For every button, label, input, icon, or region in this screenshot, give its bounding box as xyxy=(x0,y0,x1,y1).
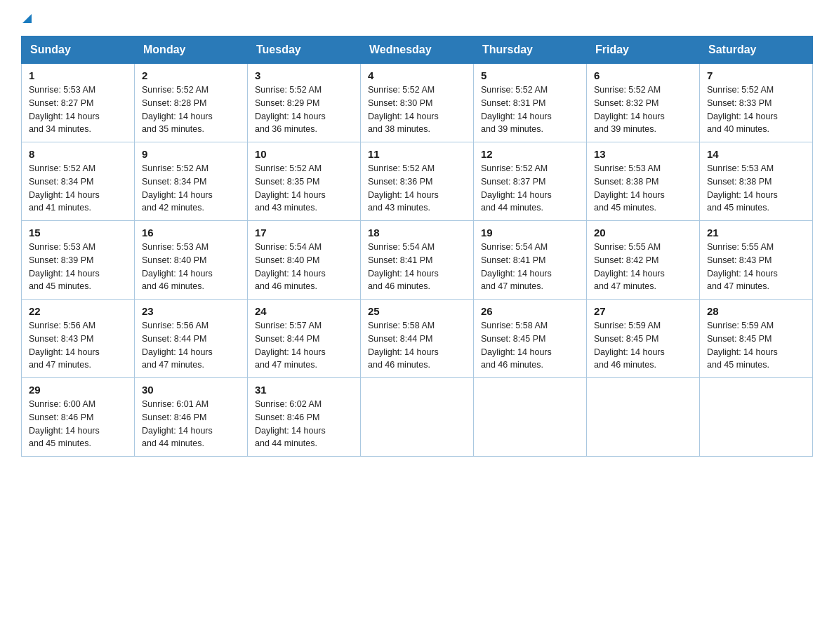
day-info: Sunrise: 6:00 AMSunset: 8:46 PMDaylight:… xyxy=(29,398,127,450)
day-info: Sunrise: 5:54 AMSunset: 8:40 PMDaylight:… xyxy=(255,241,353,293)
day-info: Sunrise: 5:57 AMSunset: 8:44 PMDaylight:… xyxy=(255,319,353,372)
day-info: Sunrise: 5:52 AMSunset: 8:36 PMDaylight:… xyxy=(368,162,466,215)
day-info: Sunrise: 5:52 AMSunset: 8:35 PMDaylight:… xyxy=(255,162,353,215)
calendar-cell: 1Sunrise: 5:53 AMSunset: 8:27 PMDaylight… xyxy=(22,64,135,142)
day-info: Sunrise: 5:56 AMSunset: 8:43 PMDaylight:… xyxy=(29,319,127,372)
day-number: 31 xyxy=(255,384,353,396)
calendar-cell: 13Sunrise: 5:53 AMSunset: 8:38 PMDayligh… xyxy=(587,142,700,221)
calendar-cell: 15Sunrise: 5:53 AMSunset: 8:39 PMDayligh… xyxy=(22,221,135,300)
calendar-cell: 4Sunrise: 5:52 AMSunset: 8:30 PMDaylight… xyxy=(361,64,474,142)
day-number: 1 xyxy=(29,69,127,81)
calendar-cell xyxy=(587,378,700,457)
calendar-cell: 29Sunrise: 6:00 AMSunset: 8:46 PMDayligh… xyxy=(22,378,135,457)
day-info: Sunrise: 5:55 AMSunset: 8:43 PMDaylight:… xyxy=(707,241,805,293)
week-row-4: 22Sunrise: 5:56 AMSunset: 8:43 PMDayligh… xyxy=(22,300,813,378)
calendar-cell xyxy=(361,378,474,457)
day-number: 27 xyxy=(594,305,692,317)
day-info: Sunrise: 5:52 AMSunset: 8:29 PMDaylight:… xyxy=(255,83,353,136)
calendar-cell: 23Sunrise: 5:56 AMSunset: 8:44 PMDayligh… xyxy=(135,300,248,378)
calendar-cell: 3Sunrise: 5:52 AMSunset: 8:29 PMDaylight… xyxy=(248,64,361,142)
calendar-cell: 17Sunrise: 5:54 AMSunset: 8:40 PMDayligh… xyxy=(248,221,361,300)
day-number: 2 xyxy=(142,69,240,81)
calendar-cell: 16Sunrise: 5:53 AMSunset: 8:40 PMDayligh… xyxy=(135,221,248,300)
header-wednesday: Wednesday xyxy=(361,36,474,64)
calendar-cell: 26Sunrise: 5:58 AMSunset: 8:45 PMDayligh… xyxy=(474,300,587,378)
day-info: Sunrise: 5:53 AMSunset: 8:27 PMDaylight:… xyxy=(29,83,127,136)
day-number: 30 xyxy=(142,384,240,396)
week-row-1: 1Sunrise: 5:53 AMSunset: 8:27 PMDaylight… xyxy=(22,64,813,142)
day-number: 22 xyxy=(29,305,127,317)
calendar-cell: 21Sunrise: 5:55 AMSunset: 8:43 PMDayligh… xyxy=(700,221,813,300)
calendar-header-row: SundayMondayTuesdayWednesdayThursdayFrid… xyxy=(22,36,813,64)
week-row-5: 29Sunrise: 6:00 AMSunset: 8:46 PMDayligh… xyxy=(22,378,813,457)
calendar-cell: 9Sunrise: 5:52 AMSunset: 8:34 PMDaylight… xyxy=(135,142,248,221)
day-info: Sunrise: 5:52 AMSunset: 8:34 PMDaylight:… xyxy=(29,162,127,215)
calendar-cell: 11Sunrise: 5:52 AMSunset: 8:36 PMDayligh… xyxy=(361,142,474,221)
day-number: 21 xyxy=(707,227,805,239)
page-header xyxy=(21,14,813,23)
day-number: 3 xyxy=(255,69,353,81)
day-info: Sunrise: 5:52 AMSunset: 8:31 PMDaylight:… xyxy=(481,83,579,136)
day-number: 17 xyxy=(255,227,353,239)
calendar-cell: 14Sunrise: 5:53 AMSunset: 8:38 PMDayligh… xyxy=(700,142,813,221)
day-number: 13 xyxy=(594,148,692,160)
logo xyxy=(21,14,32,23)
calendar-cell: 24Sunrise: 5:57 AMSunset: 8:44 PMDayligh… xyxy=(248,300,361,378)
day-number: 5 xyxy=(481,69,579,81)
day-info: Sunrise: 5:52 AMSunset: 8:34 PMDaylight:… xyxy=(142,162,240,215)
day-number: 16 xyxy=(142,227,240,239)
day-info: Sunrise: 5:53 AMSunset: 8:40 PMDaylight:… xyxy=(142,241,240,293)
day-info: Sunrise: 5:56 AMSunset: 8:44 PMDaylight:… xyxy=(142,319,240,372)
calendar-cell: 19Sunrise: 5:54 AMSunset: 8:41 PMDayligh… xyxy=(474,221,587,300)
calendar-cell xyxy=(474,378,587,457)
logo-triangle-icon xyxy=(22,14,32,23)
day-number: 9 xyxy=(142,148,240,160)
day-number: 4 xyxy=(368,69,466,81)
day-number: 28 xyxy=(707,305,805,317)
day-info: Sunrise: 5:52 AMSunset: 8:28 PMDaylight:… xyxy=(142,83,240,136)
day-info: Sunrise: 5:59 AMSunset: 8:45 PMDaylight:… xyxy=(594,319,692,372)
header-saturday: Saturday xyxy=(700,36,813,64)
header-tuesday: Tuesday xyxy=(248,36,361,64)
calendar-cell xyxy=(700,378,813,457)
day-info: Sunrise: 5:53 AMSunset: 8:38 PMDaylight:… xyxy=(707,162,805,215)
day-info: Sunrise: 5:54 AMSunset: 8:41 PMDaylight:… xyxy=(481,241,579,293)
calendar-cell: 30Sunrise: 6:01 AMSunset: 8:46 PMDayligh… xyxy=(135,378,248,457)
calendar-cell: 6Sunrise: 5:52 AMSunset: 8:32 PMDaylight… xyxy=(587,64,700,142)
header-monday: Monday xyxy=(135,36,248,64)
header-friday: Friday xyxy=(587,36,700,64)
day-info: Sunrise: 5:55 AMSunset: 8:42 PMDaylight:… xyxy=(594,241,692,293)
day-info: Sunrise: 5:52 AMSunset: 8:33 PMDaylight:… xyxy=(707,83,805,136)
day-number: 6 xyxy=(594,69,692,81)
day-number: 12 xyxy=(481,148,579,160)
day-info: Sunrise: 5:53 AMSunset: 8:39 PMDaylight:… xyxy=(29,241,127,293)
calendar-cell: 20Sunrise: 5:55 AMSunset: 8:42 PMDayligh… xyxy=(587,221,700,300)
day-number: 14 xyxy=(707,148,805,160)
day-info: Sunrise: 5:58 AMSunset: 8:44 PMDaylight:… xyxy=(368,319,466,372)
day-info: Sunrise: 6:01 AMSunset: 8:46 PMDaylight:… xyxy=(142,398,240,450)
calendar-cell: 5Sunrise: 5:52 AMSunset: 8:31 PMDaylight… xyxy=(474,64,587,142)
calendar-cell: 7Sunrise: 5:52 AMSunset: 8:33 PMDaylight… xyxy=(700,64,813,142)
week-row-2: 8Sunrise: 5:52 AMSunset: 8:34 PMDaylight… xyxy=(22,142,813,221)
calendar-cell: 12Sunrise: 5:52 AMSunset: 8:37 PMDayligh… xyxy=(474,142,587,221)
day-number: 8 xyxy=(29,148,127,160)
day-info: Sunrise: 5:58 AMSunset: 8:45 PMDaylight:… xyxy=(481,319,579,372)
day-number: 24 xyxy=(255,305,353,317)
header-sunday: Sunday xyxy=(22,36,135,64)
calendar-table: SundayMondayTuesdayWednesdayThursdayFrid… xyxy=(21,36,813,457)
calendar-cell: 25Sunrise: 5:58 AMSunset: 8:44 PMDayligh… xyxy=(361,300,474,378)
day-number: 29 xyxy=(29,384,127,396)
day-number: 23 xyxy=(142,305,240,317)
day-number: 19 xyxy=(481,227,579,239)
day-info: Sunrise: 5:52 AMSunset: 8:37 PMDaylight:… xyxy=(481,162,579,215)
calendar-cell: 2Sunrise: 5:52 AMSunset: 8:28 PMDaylight… xyxy=(135,64,248,142)
day-info: Sunrise: 5:54 AMSunset: 8:41 PMDaylight:… xyxy=(368,241,466,293)
day-info: Sunrise: 6:02 AMSunset: 8:46 PMDaylight:… xyxy=(255,398,353,450)
day-number: 20 xyxy=(594,227,692,239)
day-number: 26 xyxy=(481,305,579,317)
calendar-cell: 18Sunrise: 5:54 AMSunset: 8:41 PMDayligh… xyxy=(361,221,474,300)
calendar-cell: 28Sunrise: 5:59 AMSunset: 8:45 PMDayligh… xyxy=(700,300,813,378)
day-info: Sunrise: 5:52 AMSunset: 8:32 PMDaylight:… xyxy=(594,83,692,136)
calendar-cell: 10Sunrise: 5:52 AMSunset: 8:35 PMDayligh… xyxy=(248,142,361,221)
day-number: 11 xyxy=(368,148,466,160)
